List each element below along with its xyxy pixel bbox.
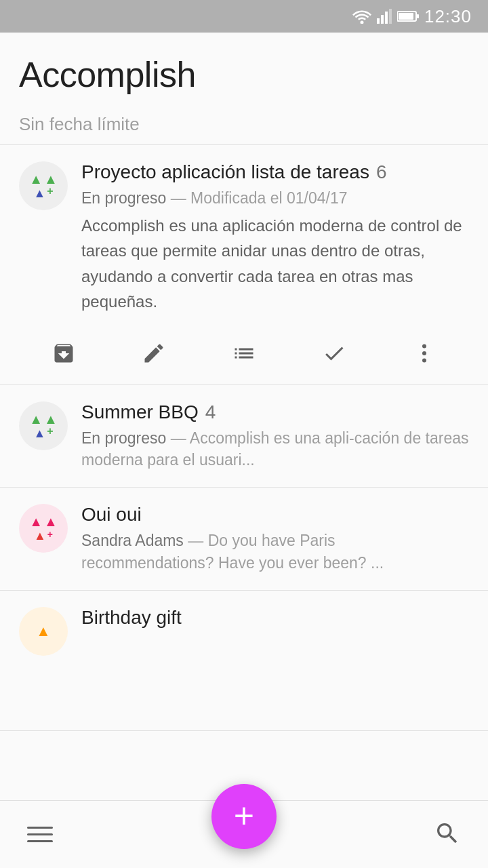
- stack-icon: ▲ ▲ ▲ +: [29, 412, 58, 439]
- item-subtitle: Sandra Adams — Do you have Paris recomme…: [81, 530, 469, 573]
- stack-icon: ▲ ▲ ▲ +: [29, 172, 58, 199]
- status-bar: 12:30: [0, 0, 488, 33]
- item-content-summer: Summer BBQ 4 En progreso — Accomplish es…: [81, 401, 469, 471]
- list-item-main: ▲ ▲ ▲ + Proyecto aplicación lista de tar…: [0, 145, 488, 319]
- item-avatar-birthday: ▲: [19, 607, 68, 656]
- more-button[interactable]: [404, 333, 445, 374]
- section-label: Sin fecha límite: [0, 106, 488, 145]
- list-item[interactable]: ▲ ▲ ▲ + Proyecto aplicación lista de tar…: [0, 145, 488, 385]
- svg-rect-2: [381, 15, 384, 24]
- fab-plus-icon: +: [234, 798, 254, 833]
- svg-point-0: [360, 21, 363, 24]
- battery-icon: [397, 10, 419, 22]
- item-avatar-oui: ▲ ▲ ▲ +: [19, 504, 68, 553]
- item-avatar-summer: ▲ ▲ ▲ +: [19, 401, 68, 450]
- item-content-proyecto: Proyecto aplicación lista de tareas 6 En…: [81, 161, 469, 319]
- more-icon: [412, 341, 436, 366]
- list-item-main: ▲ Birthday gift: [0, 591, 488, 656]
- svg-rect-3: [385, 12, 388, 24]
- list-icon: [232, 341, 256, 366]
- app-title-section: Accomplish: [0, 33, 488, 106]
- item-title: Oui oui: [81, 504, 142, 526]
- archive-icon: [52, 341, 76, 366]
- menu-icon: [27, 827, 53, 829]
- stack-icon: ▲: [36, 624, 51, 639]
- item-count: 6: [376, 161, 387, 183]
- subtasks-button[interactable]: [224, 333, 264, 374]
- archive-button[interactable]: [43, 333, 84, 374]
- item-avatar-proyecto: ▲ ▲ ▲ +: [19, 161, 68, 210]
- list-item[interactable]: ▲ Birthday gift: [0, 591, 488, 731]
- item-title: Proyecto aplicación lista de tareas: [81, 161, 369, 183]
- svg-rect-6: [399, 13, 413, 20]
- stack-icon: ▲ ▲ ▲ +: [29, 515, 58, 542]
- edit-icon: [142, 341, 166, 366]
- search-icon: [434, 820, 461, 847]
- item-title: Summer BBQ: [81, 401, 199, 423]
- item-subtitle: En progreso — Accomplish es una apli-cac…: [81, 427, 469, 471]
- app-title: Accomplish: [19, 54, 469, 95]
- search-button[interactable]: [434, 820, 461, 850]
- item-description: Accomplish es una aplicación moderna de …: [81, 213, 469, 319]
- list-item-main: ▲ ▲ ▲ + Oui oui Sandra Adams — Do you h: [0, 488, 488, 589]
- signal-icon: [377, 9, 392, 24]
- action-bar: [0, 325, 488, 384]
- item-title-row: Summer BBQ 4: [81, 401, 469, 423]
- status-icons: 12:30: [352, 6, 472, 27]
- complete-button[interactable]: [314, 333, 354, 374]
- item-title-row: Oui oui: [81, 504, 469, 526]
- item-title-row: Proyecto aplicación lista de tareas 6: [81, 161, 469, 183]
- item-content-birthday: Birthday gift: [81, 607, 469, 656]
- svg-point-10: [422, 358, 426, 362]
- wifi-icon: [352, 9, 371, 24]
- item-content-oui: Oui oui Sandra Adams — Do you have Paris…: [81, 504, 469, 573]
- list-item[interactable]: ▲ ▲ ▲ + Summer BBQ 4 En progreso —: [0, 385, 488, 488]
- edit-button[interactable]: [134, 333, 174, 374]
- svg-point-9: [422, 351, 426, 355]
- menu-icon: [27, 840, 53, 842]
- list-item[interactable]: ▲ ▲ ▲ + Oui oui Sandra Adams — Do you h: [0, 488, 488, 590]
- list-item-main: ▲ ▲ ▲ + Summer BBQ 4 En progreso —: [0, 385, 488, 487]
- check-icon: [322, 341, 346, 366]
- item-title-row: Birthday gift: [81, 607, 469, 629]
- item-title: Birthday gift: [81, 607, 182, 629]
- main-content: Accomplish Sin fecha límite ▲ ▲ ▲ +: [0, 33, 488, 868]
- svg-rect-1: [377, 18, 380, 24]
- svg-rect-4: [389, 9, 392, 24]
- menu-icon: [27, 833, 53, 835]
- fab-button[interactable]: +: [211, 784, 277, 849]
- svg-rect-7: [417, 14, 419, 18]
- menu-button[interactable]: [27, 827, 53, 842]
- item-subtitle: En progreso — Modificada el 01/04/17: [81, 187, 469, 209]
- status-time: 12:30: [424, 6, 472, 27]
- svg-point-8: [422, 344, 426, 348]
- item-count: 4: [205, 401, 216, 423]
